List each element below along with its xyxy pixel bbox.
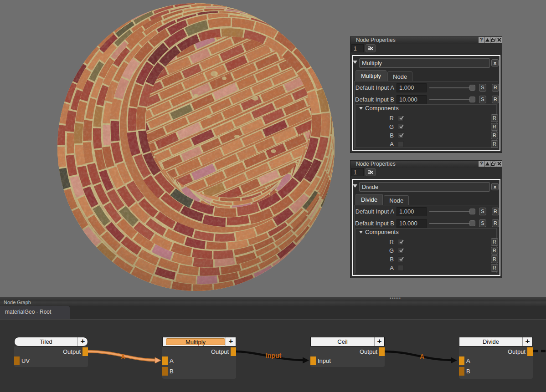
svg-text:Input: Input bbox=[266, 352, 282, 359]
svg-text:A: A bbox=[420, 353, 424, 360]
svg-text:A: A bbox=[121, 353, 125, 361]
